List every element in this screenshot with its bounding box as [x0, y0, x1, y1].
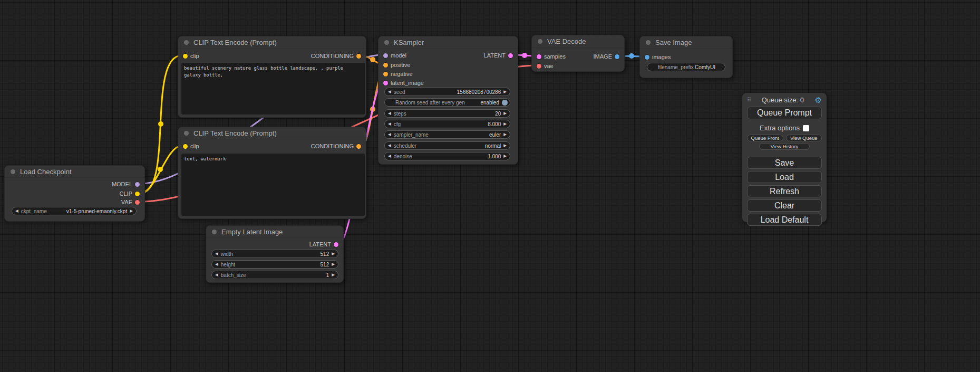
input-slot-positive[interactable]: positive	[379, 61, 410, 69]
widget-cfg[interactable]: ◀ cfg 8.000 ▶	[384, 120, 510, 128]
vae-slot-dot-icon[interactable]	[135, 200, 140, 205]
save-button[interactable]: Save	[747, 157, 822, 169]
arrow-right-icon[interactable]: ▶	[503, 144, 507, 148]
input-slot-samples[interactable]: samples	[532, 53, 566, 60]
arrow-left-icon[interactable]: ◀	[388, 154, 391, 158]
queue-front-button[interactable]: Queue Front	[747, 135, 783, 141]
node-clip-text-encode-negative[interactable]: CLIP Text Encode (Prompt) clip CONDITION…	[178, 127, 366, 219]
graph-canvas[interactable]: Load Checkpoint MODEL CLIP VAE ◀ ckpt_na…	[0, 0, 980, 372]
arrow-left-icon[interactable]: ◀	[215, 262, 218, 266]
widget-denoise[interactable]: ◀ denoise 1.000 ▶	[384, 152, 510, 160]
refresh-button[interactable]: Refresh	[747, 185, 822, 197]
arrow-left-icon[interactable]: ◀	[388, 132, 391, 137]
arrow-left-icon[interactable]: ◀	[388, 90, 391, 94]
widget-height[interactable]: ◀ height 512 ▶	[211, 260, 338, 269]
clip-slot-dot-icon[interactable]	[135, 192, 140, 196]
arrow-right-icon[interactable]: ▶	[130, 209, 133, 213]
view-queue-button[interactable]: View Queue	[786, 135, 822, 141]
node-title-bar[interactable]: CLIP Text Encode (Prompt)	[178, 36, 366, 49]
widget-filename-prefix[interactable]: filename_prefix ComfyUI	[647, 63, 725, 71]
input-slot-clip[interactable]: clip	[178, 142, 199, 150]
collapse-dot-icon[interactable]	[184, 40, 189, 45]
node-ksampler[interactable]: KSampler model positive negative latent_…	[378, 36, 518, 165]
queue-prompt-button[interactable]: Queue Prompt	[747, 107, 822, 119]
output-slot-vae[interactable]: VAE	[121, 198, 144, 206]
drag-handle-icon[interactable]: ⠿	[747, 97, 751, 103]
arrow-left-icon[interactable]: ◀	[215, 273, 218, 277]
widget-steps[interactable]: ◀ steps 20 ▶	[384, 109, 510, 118]
model-slot-dot-icon[interactable]	[383, 53, 388, 58]
input-slot-latent-image[interactable]: latent_image	[379, 79, 424, 87]
input-slot-negative[interactable]: negative	[379, 70, 413, 78]
arrow-right-icon[interactable]: ▶	[503, 122, 507, 126]
output-slot-conditioning[interactable]: CONDITIONING	[311, 52, 366, 60]
arrow-right-icon[interactable]: ▶	[503, 132, 507, 137]
arrow-left-icon[interactable]: ◀	[215, 252, 218, 256]
output-slot-latent[interactable]: LATENT	[484, 52, 518, 59]
input-slot-images[interactable]: images	[640, 53, 671, 61]
vae-slot-dot-icon[interactable]	[537, 64, 541, 69]
model-slot-dot-icon[interactable]	[135, 182, 140, 187]
widget-ckpt-name[interactable]: ◀ ckpt_name v1-5-pruned-emaonly.ckpt ▶	[12, 207, 137, 215]
prompt-textarea[interactable]: text, watermark	[181, 154, 365, 216]
collapse-dot-icon[interactable]	[11, 169, 15, 174]
latent-slot-dot-icon[interactable]	[508, 53, 513, 58]
widget-sampler-name[interactable]: ◀ sampler_name euler ▶	[384, 130, 510, 139]
arrow-right-icon[interactable]: ▶	[503, 154, 507, 158]
latent-slot-dot-icon[interactable]	[383, 81, 388, 85]
view-history-button[interactable]: View History	[759, 143, 810, 150]
widget-batch-size[interactable]: ◀ batch_size 1 ▶	[211, 271, 338, 279]
conditioning-slot-dot-icon[interactable]	[356, 144, 361, 149]
input-slot-model[interactable]: model	[379, 52, 406, 59]
widget-scheduler[interactable]: ◀ scheduler normal ▶	[384, 141, 510, 150]
latent-slot-dot-icon[interactable]	[334, 242, 338, 247]
node-title-bar[interactable]: Load Checkpoint	[5, 166, 144, 178]
widget-random-seed[interactable]: Random seed after every gen enabled	[384, 98, 510, 107]
arrow-left-icon[interactable]: ◀	[388, 144, 391, 148]
node-load-checkpoint[interactable]: Load Checkpoint MODEL CLIP VAE ◀ ckpt_na…	[4, 165, 145, 222]
collapse-dot-icon[interactable]	[212, 230, 217, 234]
arrow-left-icon[interactable]: ◀	[388, 111, 391, 116]
output-slot-conditioning[interactable]: CONDITIONING	[311, 142, 366, 150]
arrow-left-icon[interactable]: ◀	[388, 122, 391, 126]
input-slot-vae[interactable]: vae	[532, 62, 554, 70]
node-clip-text-encode-positive[interactable]: CLIP Text Encode (Prompt) clip CONDITION…	[178, 36, 366, 118]
output-slot-model[interactable]: MODEL	[112, 180, 144, 188]
load-button[interactable]: Load	[747, 171, 822, 183]
collapse-dot-icon[interactable]	[184, 131, 189, 136]
settings-gear-icon[interactable]: ⚙	[815, 96, 822, 104]
conditioning-slot-dot-icon[interactable]	[356, 54, 361, 59]
collapse-dot-icon[interactable]	[538, 39, 542, 44]
conditioning-slot-dot-icon[interactable]	[383, 63, 388, 68]
widget-seed[interactable]: ◀ seed 156680208700286 ▶	[384, 88, 510, 96]
image-slot-dot-icon[interactable]	[645, 55, 649, 60]
output-slot-image[interactable]: IMAGE	[594, 53, 624, 60]
node-save-image[interactable]: Save Image images filename_prefix ComfyU…	[639, 36, 733, 78]
clip-slot-dot-icon[interactable]	[183, 54, 188, 59]
node-title-bar[interactable]: KSampler	[379, 36, 518, 49]
node-empty-latent-image[interactable]: Empty Latent Image LATENT ◀ width 512 ▶ …	[206, 225, 344, 283]
output-slot-latent[interactable]: LATENT	[309, 241, 343, 248]
widget-width[interactable]: ◀ width 512 ▶	[211, 250, 338, 258]
node-vae-decode[interactable]: VAE Decode samples vae IMAGE	[531, 35, 625, 72]
arrow-right-icon[interactable]: ▶	[503, 111, 507, 116]
node-title-bar[interactable]: VAE Decode	[532, 35, 624, 47]
latent-slot-dot-icon[interactable]	[537, 54, 541, 59]
image-slot-dot-icon[interactable]	[615, 54, 619, 59]
input-slot-clip[interactable]: clip	[178, 52, 199, 60]
arrow-right-icon[interactable]: ▶	[503, 90, 507, 94]
clip-slot-dot-icon[interactable]	[183, 144, 188, 149]
toggle-icon[interactable]	[502, 100, 508, 106]
conditioning-slot-dot-icon[interactable]	[383, 72, 388, 77]
node-title-bar[interactable]: Empty Latent Image	[206, 226, 343, 238]
prompt-textarea[interactable]: beautiful scenery nature glass bottle la…	[181, 63, 365, 115]
arrow-left-icon[interactable]: ◀	[15, 209, 18, 213]
output-slot-clip[interactable]: CLIP	[120, 190, 144, 197]
load-default-button[interactable]: Load Default	[747, 214, 822, 226]
node-title-bar[interactable]: CLIP Text Encode (Prompt)	[178, 127, 366, 139]
collapse-dot-icon[interactable]	[384, 40, 389, 45]
arrow-right-icon[interactable]: ▶	[332, 252, 335, 256]
collapse-dot-icon[interactable]	[646, 40, 651, 45]
extra-options-checkbox[interactable]	[803, 125, 809, 131]
arrow-right-icon[interactable]: ▶	[332, 262, 335, 266]
